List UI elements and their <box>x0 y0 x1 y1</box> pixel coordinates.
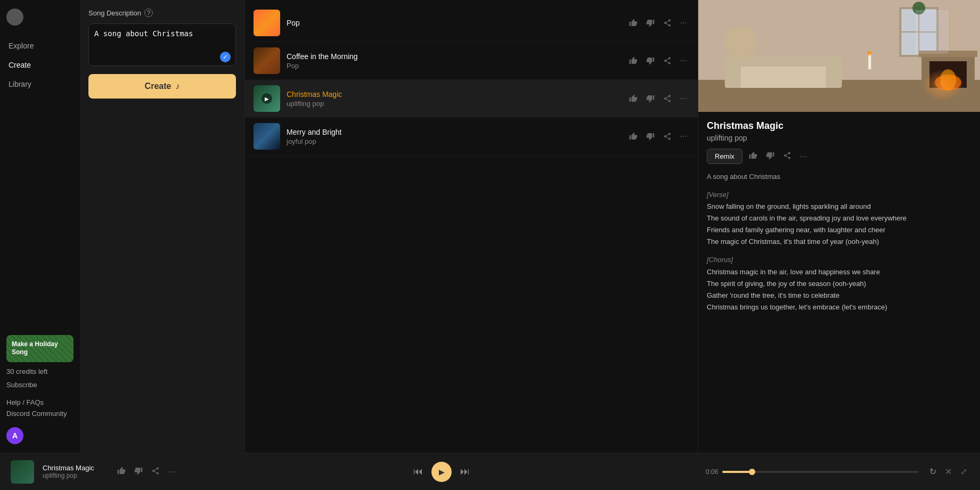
thumbs-up-icon <box>629 19 638 27</box>
song-item-0[interactable]: Pop ··· <box>245 4 698 42</box>
sidebar-item-library[interactable]: Library <box>6 77 74 92</box>
svg-point-19 <box>867 51 871 55</box>
chorus-line-4: Christmas brings us together, let's embr… <box>707 301 971 313</box>
rp-like-button[interactable] <box>747 149 760 164</box>
sidebar-links: Help / FAQs Discord Community <box>6 398 74 418</box>
sidebar-item-create[interactable]: Create <box>6 58 74 72</box>
subscribe-button[interactable]: Subscribe <box>6 381 74 389</box>
fireplace-glow <box>921 69 964 101</box>
thumbs-down-icon <box>134 467 143 475</box>
like-button-christmas-magic[interactable] <box>627 92 640 105</box>
next-button[interactable]: ⏭ <box>460 466 470 477</box>
song-thumb-coffee <box>254 47 280 74</box>
help-link[interactable]: Help / FAQs <box>6 398 74 406</box>
player-song-title: Christmas Magic <box>43 464 107 472</box>
thumbs-up-icon <box>117 467 126 475</box>
share-icon <box>663 19 672 27</box>
right-panel-description: A song about Christmas <box>707 173 971 181</box>
player-song-genre: uplifting pop <box>43 472 107 479</box>
dislike-button-coffee[interactable] <box>644 54 657 67</box>
song-description-text: Song Description <box>88 9 141 17</box>
checkmark-icon: ✓ <box>220 52 231 62</box>
song-thumb-0 <box>254 10 280 36</box>
dislike-button-0[interactable] <box>644 17 657 29</box>
rp-dislike-button[interactable] <box>764 149 777 164</box>
credits-label: 30 credits left <box>6 368 74 375</box>
player-right-actions: ↻ ✕ ⤢ <box>927 464 969 479</box>
song-title-merry-bright: Merry and Bright <box>287 128 620 136</box>
create-button[interactable]: Create ♪ <box>88 74 236 99</box>
player-more-button[interactable]: ··· <box>166 465 177 479</box>
chorus-section: [Chorus] Christmas magic in the air, lov… <box>707 254 971 313</box>
album-art-image <box>698 0 980 112</box>
rp-more-button[interactable]: ··· <box>798 150 809 164</box>
like-button-0[interactable] <box>627 17 640 29</box>
play-icon: ▶ <box>439 468 445 476</box>
sidebar: Explore Create Library Make a Holiday So… <box>0 0 80 453</box>
player-song-info: Christmas Magic uplifting pop <box>43 464 107 479</box>
more-button-christmas-magic[interactable]: ··· <box>678 92 689 105</box>
song-info-merry-bright: Merry and Bright joyful pop <box>287 128 620 145</box>
remix-button[interactable]: Remix <box>707 149 742 164</box>
right-panel-song-genre: uplifting pop <box>707 134 971 142</box>
share-button-christmas-magic[interactable] <box>661 92 674 105</box>
current-time: 0:06 <box>706 468 718 476</box>
song-title-coffee: Coffee in the Morning <box>287 52 620 61</box>
share-icon <box>663 56 672 65</box>
thumbs-down-icon <box>646 56 655 65</box>
share-button-coffee[interactable] <box>661 54 674 67</box>
song-actions-merry-bright: ··· <box>627 129 689 143</box>
like-button-coffee[interactable] <box>627 54 640 67</box>
thumbs-up-icon <box>629 94 638 103</box>
progress-bar[interactable] <box>722 471 919 473</box>
like-button-merry-bright[interactable] <box>627 130 640 143</box>
share-icon <box>783 151 791 160</box>
play-pause-button[interactable]: ▶ <box>431 462 452 482</box>
player-share-button[interactable] <box>149 464 162 479</box>
previous-button[interactable]: ⏮ <box>413 466 423 477</box>
share-icon <box>663 132 672 141</box>
more-button-0[interactable]: ··· <box>678 16 689 30</box>
share-icon <box>151 467 160 475</box>
dislike-button-christmas-magic[interactable] <box>644 92 657 105</box>
song-genre-christmas-magic: uplifting pop <box>287 100 620 108</box>
more-button-coffee[interactable]: ··· <box>678 54 689 68</box>
main-layout: Explore Create Library Make a Holiday So… <box>0 0 980 453</box>
close-icon[interactable]: ✕ <box>943 464 954 479</box>
player-dislike-button[interactable] <box>132 464 145 479</box>
verse-line-3: Friends and family gathering near, with … <box>707 224 971 236</box>
thumbs-up-icon <box>629 132 638 141</box>
svg-rect-18 <box>868 53 871 69</box>
song-thumb-christmas-magic: ▶ <box>254 85 280 112</box>
song-item-coffee[interactable]: Coffee in the Morning Pop ··· <box>245 42 698 80</box>
song-thumb-merry-bright <box>254 123 280 150</box>
info-icon[interactable]: ? <box>144 9 153 17</box>
thumbs-down-icon <box>646 19 655 27</box>
rp-share-button[interactable] <box>781 149 794 164</box>
progress-fill <box>722 471 752 473</box>
right-panel-song-title: Christmas Magic <box>707 120 971 132</box>
thumbs-down-icon <box>646 132 655 141</box>
song-actions-christmas-magic: ··· <box>627 92 689 105</box>
right-panel-content: Christmas Magic uplifting pop Remix ··· … <box>698 112 980 453</box>
song-title-christmas-magic: Christmas Magic <box>287 90 620 99</box>
song-description-input[interactable] <box>88 23 236 66</box>
song-item-merry-bright[interactable]: Merry and Bright joyful pop ··· <box>245 118 698 156</box>
user-avatar[interactable]: A <box>6 427 23 444</box>
share-button-0[interactable] <box>661 17 674 29</box>
sidebar-item-explore[interactable]: Explore <box>6 38 74 53</box>
dislike-button-merry-bright[interactable] <box>644 130 657 143</box>
holiday-banner-button[interactable]: Make a Holiday Song <box>6 335 74 362</box>
player-like-button[interactable] <box>115 464 128 479</box>
song-item-christmas-magic[interactable]: ▶ Christmas Magic uplifting pop ··· <box>245 80 698 118</box>
song-genre-merry-bright: joyful pop <box>287 137 620 145</box>
discord-link[interactable]: Discord Community <box>6 410 74 418</box>
more-button-merry-bright[interactable]: ··· <box>678 129 689 143</box>
share-button-merry-bright[interactable] <box>661 130 674 143</box>
expand-icon[interactable]: ⤢ <box>958 464 969 479</box>
song-info-christmas-magic: Christmas Magic uplifting pop <box>287 90 620 108</box>
chorus-line-2: The spirit of giving, the joy of the sea… <box>707 278 971 290</box>
sidebar-bottom: Make a Holiday Song 30 credits left Subs… <box>6 335 74 444</box>
right-panel-actions: Remix ··· <box>707 149 971 164</box>
song-genre-coffee: Pop <box>287 62 620 70</box>
